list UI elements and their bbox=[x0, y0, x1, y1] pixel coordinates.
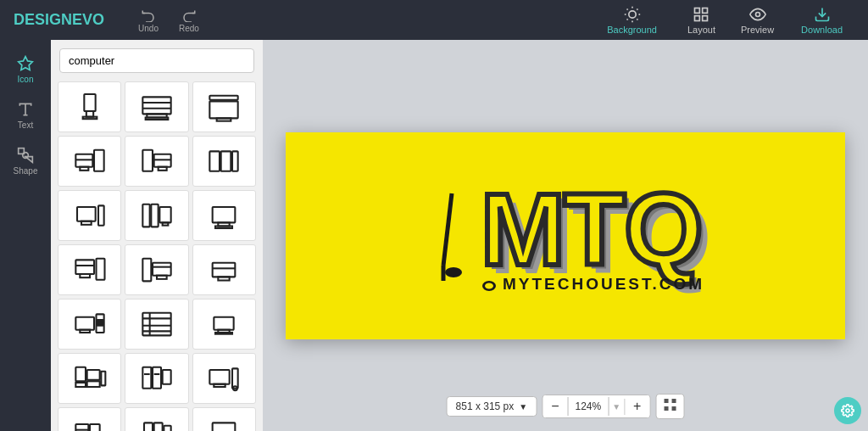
svg-rect-36 bbox=[142, 150, 153, 171]
svg-rect-94 bbox=[144, 423, 153, 431]
svg-line-102 bbox=[443, 193, 452, 266]
svg-rect-31 bbox=[217, 118, 231, 120]
grid-icon bbox=[663, 398, 676, 411]
svg-rect-55 bbox=[96, 259, 104, 280]
layout-button[interactable]: Layout bbox=[674, 3, 729, 38]
list-item[interactable] bbox=[192, 190, 256, 241]
zoom-controls: − 124% ▼ + bbox=[542, 395, 650, 418]
list-item[interactable] bbox=[125, 190, 188, 241]
zoom-value: 124% bbox=[568, 397, 609, 416]
svg-rect-40 bbox=[210, 151, 220, 171]
logo-evo: EVO bbox=[72, 11, 104, 28]
svg-rect-57 bbox=[142, 259, 151, 282]
list-item[interactable] bbox=[125, 81, 188, 132]
svg-line-3 bbox=[626, 8, 627, 9]
redo-label: Redo bbox=[179, 24, 199, 33]
svg-rect-26 bbox=[146, 118, 169, 120]
svg-rect-79 bbox=[86, 381, 99, 387]
download-button[interactable]: Download bbox=[789, 3, 854, 38]
svg-rect-109 bbox=[664, 406, 668, 411]
download-label: Download bbox=[801, 25, 843, 35]
list-item[interactable] bbox=[125, 353, 188, 404]
size-selector[interactable]: 851 x 315 px ▼ bbox=[447, 396, 537, 417]
svg-rect-62 bbox=[219, 277, 230, 280]
icon-tool-icon bbox=[17, 55, 34, 72]
undo-button[interactable]: Undo bbox=[130, 3, 167, 36]
shape-tool-label: Shape bbox=[14, 166, 38, 176]
svg-rect-76 bbox=[75, 367, 86, 382]
layout-label: Layout bbox=[687, 25, 715, 35]
left-sidebar: Icon Text Shape bbox=[0, 40, 51, 431]
logo-canvas[interactable]: MTQ MYTECHOUEST.COM bbox=[286, 132, 845, 339]
logo-tagline: MYTECHOUEST.COM bbox=[481, 275, 704, 294]
svg-rect-52 bbox=[215, 227, 232, 229]
svg-rect-29 bbox=[210, 96, 238, 100]
zoom-out-button[interactable]: − bbox=[542, 395, 567, 417]
layout-icon bbox=[693, 6, 709, 23]
settings-button[interactable] bbox=[834, 397, 861, 424]
svg-rect-95 bbox=[154, 423, 163, 431]
redo-button[interactable]: Redo bbox=[170, 3, 208, 36]
list-item[interactable] bbox=[58, 136, 121, 187]
svg-rect-53 bbox=[75, 260, 94, 274]
svg-point-111 bbox=[846, 409, 849, 412]
icon-grid bbox=[51, 81, 263, 431]
preview-label: Preview bbox=[741, 25, 774, 35]
svg-point-106 bbox=[485, 283, 493, 288]
svg-point-13 bbox=[755, 12, 760, 16]
svg-rect-61 bbox=[213, 263, 236, 277]
list-item[interactable] bbox=[192, 136, 256, 187]
svg-rect-23 bbox=[82, 117, 97, 120]
svg-line-8 bbox=[637, 8, 637, 9]
list-item[interactable] bbox=[125, 136, 188, 187]
text-tool-icon bbox=[17, 101, 34, 118]
svg-rect-64 bbox=[75, 317, 94, 330]
svg-rect-86 bbox=[210, 370, 230, 384]
list-item[interactable] bbox=[192, 81, 256, 132]
svg-rect-24 bbox=[142, 97, 170, 114]
list-item[interactable] bbox=[125, 244, 188, 295]
center-tools: Background Layout bbox=[593, 3, 729, 38]
preview-button[interactable]: Preview bbox=[729, 3, 786, 38]
svg-rect-82 bbox=[153, 367, 161, 389]
svg-rect-30 bbox=[210, 101, 238, 118]
canvas-area: MTQ MYTECHOUEST.COM 851 x 315 px ▼ bbox=[263, 40, 868, 431]
search-input[interactable] bbox=[59, 48, 254, 73]
download-icon bbox=[814, 6, 831, 23]
svg-rect-80 bbox=[101, 372, 105, 386]
svg-rect-98 bbox=[213, 423, 236, 431]
svg-rect-96 bbox=[164, 426, 170, 431]
svg-rect-91 bbox=[90, 424, 100, 431]
logo-design: DESIGN bbox=[14, 11, 72, 28]
list-item[interactable] bbox=[58, 244, 121, 295]
list-item[interactable] bbox=[125, 407, 188, 431]
svg-rect-41 bbox=[221, 151, 231, 171]
settings-icon bbox=[841, 404, 854, 417]
list-item[interactable] bbox=[125, 299, 188, 350]
list-item[interactable] bbox=[192, 407, 256, 431]
svg-rect-49 bbox=[163, 222, 169, 225]
zoom-arrow-icon: ▼ bbox=[609, 399, 625, 415]
undo-redo-group: Undo Redo bbox=[130, 3, 208, 36]
list-item[interactable] bbox=[58, 407, 121, 431]
sidebar-item-shape[interactable]: Shape bbox=[4, 140, 47, 182]
list-item[interactable] bbox=[192, 244, 256, 295]
list-item[interactable] bbox=[58, 353, 121, 404]
svg-rect-107 bbox=[664, 399, 668, 403]
background-button[interactable]: Background bbox=[593, 3, 670, 38]
svg-marker-20 bbox=[25, 157, 32, 163]
list-item[interactable] bbox=[192, 353, 256, 404]
sidebar-item-icon[interactable]: Icon bbox=[4, 48, 47, 91]
logo-big-letters: MTQ bbox=[481, 178, 702, 280]
list-item[interactable] bbox=[192, 299, 256, 350]
grid-button[interactable] bbox=[655, 394, 684, 419]
list-item[interactable] bbox=[58, 299, 121, 350]
zoom-in-button[interactable]: + bbox=[625, 395, 649, 417]
icon-tool-label: Icon bbox=[18, 75, 34, 84]
list-item[interactable] bbox=[58, 190, 121, 241]
svg-rect-59 bbox=[157, 276, 167, 279]
sidebar-item-text[interactable]: Text bbox=[4, 94, 47, 137]
canvas-size: 851 x 315 px bbox=[456, 400, 515, 412]
list-item[interactable] bbox=[58, 81, 121, 132]
svg-rect-46 bbox=[142, 204, 149, 227]
